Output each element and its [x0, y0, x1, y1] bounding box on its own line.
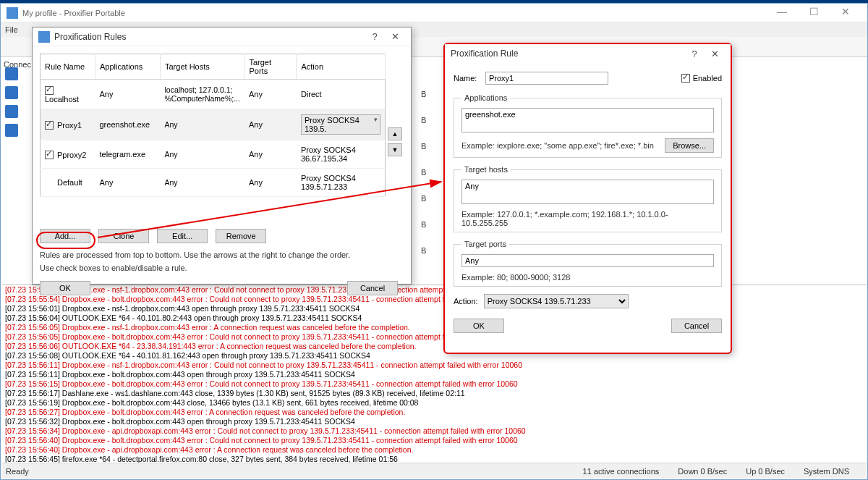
rule-hosts: Any [161, 140, 244, 169]
log-line: [07.23 15:56:34] Dropbox.exe - api.dropb… [2, 426, 866, 436]
remove-button[interactable]: Remove [216, 229, 266, 243]
ok-button[interactable]: OK [40, 281, 90, 295]
table-row[interactable]: Proxy1greenshot.exeAnyAnyProxy SOCKS4 13… [41, 109, 386, 140]
rule-name: Pproxy2 [57, 151, 86, 159]
col-hosts[interactable]: Target Hosts [161, 54, 244, 80]
log-line: [07.23 15:56:11] Dropbox.exe - nsf-1.dro… [2, 361, 866, 370]
log-line: [07.23 15:56:15] Dropbox.exe - bolt.drop… [2, 379, 866, 389]
enabled-checkbox[interactable]: Enabled [681, 74, 722, 83]
rule-hosts: localhost; 127.0.0.1; %ComputerName%;... [161, 80, 244, 109]
close-button[interactable]: ✕ [830, 6, 861, 20]
cancel-button[interactable]: Cancel [347, 281, 398, 295]
edit-button[interactable]: Edit... [157, 229, 208, 243]
applications-legend: Applications [461, 93, 510, 102]
log-line: [07.23 15:56:27] Dropbox.exe - bolt.drop… [2, 408, 866, 417]
log-line: [07.23 15:56:17] Dashlane.exe - ws1.dash… [2, 389, 866, 398]
ports-group: Target ports Any Example: 80; 8000-9000;… [454, 240, 722, 287]
rule-titlebar: Proxification Rule ? ✕ [445, 44, 731, 63]
help-button[interactable]: ? [365, 31, 385, 42]
bg-text: B [421, 246, 425, 255]
rule-name: Proxy1 [57, 121, 82, 130]
col-action[interactable]: Action [297, 54, 386, 80]
applications-example: Example: iexplore.exe; "some app.exe"; f… [461, 141, 665, 150]
tool-icon-4[interactable] [5, 124, 18, 137]
rule-ports: Any [244, 140, 297, 169]
tool-icon-3[interactable] [5, 105, 18, 118]
table-row[interactable]: DefaultAnyAnyAnyProxy SOCKS4 139.5.71.23… [41, 169, 386, 197]
rule-checkbox[interactable] [45, 151, 54, 159]
rule-action: Direct [297, 80, 386, 109]
hosts-input[interactable]: Any [461, 180, 714, 204]
cancel-button[interactable]: Cancel [671, 319, 722, 333]
log-line: [07.23 15:56:06] OUTLOOK.EXE *64 - 23.38… [2, 342, 866, 351]
rule-action: Proxy SOCKS4 139.5. [297, 109, 386, 140]
rule-apps: Any [95, 80, 161, 109]
hosts-group: Target hosts Any Example: 127.0.0.1; *.e… [454, 165, 722, 232]
rules-table[interactable]: Rule Name Applications Target Hosts Targ… [40, 54, 386, 197]
rules-hint-order: Rules are processed from top to bottom. … [40, 250, 404, 259]
log-panel[interactable]: [07.23 15:55:51] Dropbox.exe - nsf-1.dro… [2, 285, 866, 464]
rule-ports: Any [244, 109, 297, 140]
ports-legend: Target ports [461, 240, 509, 248]
bg-text: B [421, 220, 425, 229]
bg-text: B [421, 168, 425, 177]
rule-ports: Any [244, 169, 297, 197]
table-row[interactable]: LocalhostAnylocalhost; 127.0.0.1; %Compu… [41, 80, 386, 109]
rule-apps: greenshot.exe [95, 109, 161, 140]
applications-group: Applications greenshot.exe Example: iexp… [454, 93, 722, 158]
help-button[interactable]: ? [684, 49, 705, 59]
rule-name: Localhost [45, 95, 79, 104]
log-line: [07.23 15:56:08] OUTLOOK.EXE *64 - 40.10… [2, 351, 866, 361]
action-select[interactable]: Proxy SOCKS4 139.5.71.233 [484, 294, 629, 308]
log-line: [07.23 15:56:11] Dropbox.exe - bolt.drop… [2, 370, 866, 379]
rule-action: Proxy SOCKS4 139.5.71.233 [297, 169, 386, 197]
menu-file[interactable]: File [5, 25, 18, 34]
action-label: Action: [454, 297, 478, 306]
close-button[interactable]: ✕ [705, 49, 725, 59]
move-up-button[interactable]: ▲ [388, 127, 402, 140]
action-dropdown[interactable]: Proxy SOCKS4 139.5. [301, 114, 380, 135]
rules-title: Proxification Rules [54, 32, 365, 42]
ports-input[interactable]: Any [461, 254, 714, 267]
status-down: Down 0 B/sec [678, 467, 727, 476]
minimize-button[interactable]: — [766, 6, 798, 20]
bg-text: B [421, 116, 425, 125]
rule-dialog: Proxification Rule ? ✕ Name: Enabled App… [443, 43, 732, 354]
statusbar: Ready 11 active connections Down 0 B/sec… [1, 463, 867, 479]
log-line: [07.23 15:56:40] Dropbox.exe - bolt.drop… [2, 436, 866, 445]
rules-hint-enable: Use check boxes to enable/disable a rule… [40, 264, 404, 272]
rule-action: Proxy SOCKS4 36.67.195.34 [297, 140, 386, 169]
col-rulename[interactable]: Rule Name [41, 54, 95, 80]
log-line: [07.23 15:56:05] Dropbox.exe - nsf-1.dro… [2, 323, 866, 332]
maximize-button[interactable]: ☐ [798, 6, 830, 20]
clone-button[interactable]: Clone [98, 229, 149, 243]
tool-icon-2[interactable] [5, 86, 18, 99]
rule-checkbox[interactable] [45, 121, 54, 130]
tool-icon-1[interactable] [5, 67, 18, 80]
add-button[interactable]: Add... [40, 229, 90, 243]
log-line: [07.23 15:56:05] Dropbox.exe - bolt.drop… [2, 332, 866, 342]
col-apps[interactable]: Applications [95, 54, 161, 80]
ok-button[interactable]: OK [454, 319, 504, 333]
bg-text: B [421, 142, 425, 151]
hosts-legend: Target hosts [461, 165, 511, 174]
main-title: My profile - Proxifier Portable [22, 9, 766, 17]
table-row[interactable]: Pproxy2telegram.exeAnyAnyProxy SOCKS4 36… [41, 140, 386, 169]
col-ports[interactable]: Target Ports [244, 54, 297, 80]
log-line: [07.23 15:56:32] Dropbox.exe - bolt.drop… [2, 417, 866, 426]
enabled-label: Enabled [693, 74, 722, 83]
browse-button[interactable]: Browse... [665, 138, 714, 153]
status-connections: 11 active connections [583, 467, 660, 476]
name-label: Name: [454, 74, 485, 83]
applications-input[interactable]: greenshot.exe [461, 108, 714, 132]
rule-hosts: Any [161, 109, 244, 140]
main-titlebar: My profile - Proxifier Portable — ☐ ✕ [1, 4, 867, 22]
rules-icon [38, 31, 50, 43]
check-icon [681, 74, 690, 83]
move-down-button[interactable]: ▼ [388, 143, 402, 156]
rule-checkbox[interactable] [45, 86, 54, 95]
rule-title: Proxification Rule [451, 49, 684, 59]
close-button[interactable]: ✕ [385, 31, 405, 42]
name-input[interactable] [485, 72, 608, 85]
log-line: [07.23 15:56:19] Dropbox.exe - bolt.drop… [2, 398, 866, 408]
